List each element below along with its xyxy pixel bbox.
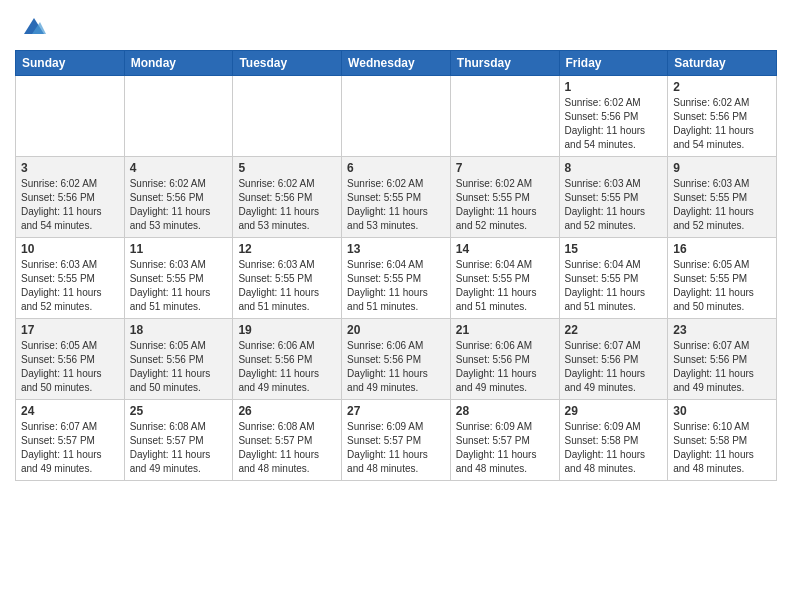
day-number: 9 (673, 161, 771, 175)
day-info: Sunrise: 6:03 AMSunset: 5:55 PMDaylight:… (130, 258, 228, 314)
calendar-cell: 11Sunrise: 6:03 AMSunset: 5:55 PMDayligh… (124, 238, 233, 319)
day-number: 30 (673, 404, 771, 418)
day-number: 20 (347, 323, 445, 337)
calendar-cell: 18Sunrise: 6:05 AMSunset: 5:56 PMDayligh… (124, 319, 233, 400)
page: SundayMondayTuesdayWednesdayThursdayFrid… (0, 0, 792, 496)
day-number: 23 (673, 323, 771, 337)
day-number: 27 (347, 404, 445, 418)
calendar-cell: 23Sunrise: 6:07 AMSunset: 5:56 PMDayligh… (668, 319, 777, 400)
day-info: Sunrise: 6:09 AMSunset: 5:57 PMDaylight:… (347, 420, 445, 476)
calendar-cell: 27Sunrise: 6:09 AMSunset: 5:57 PMDayligh… (342, 400, 451, 481)
day-number: 17 (21, 323, 119, 337)
calendar-week-row: 10Sunrise: 6:03 AMSunset: 5:55 PMDayligh… (16, 238, 777, 319)
day-info: Sunrise: 6:02 AMSunset: 5:56 PMDaylight:… (673, 96, 771, 152)
day-info: Sunrise: 6:09 AMSunset: 5:57 PMDaylight:… (456, 420, 554, 476)
day-info: Sunrise: 6:07 AMSunset: 5:56 PMDaylight:… (673, 339, 771, 395)
calendar-cell: 15Sunrise: 6:04 AMSunset: 5:55 PMDayligh… (559, 238, 668, 319)
day-number: 29 (565, 404, 663, 418)
day-info: Sunrise: 6:05 AMSunset: 5:55 PMDaylight:… (673, 258, 771, 314)
calendar-week-row: 1Sunrise: 6:02 AMSunset: 5:56 PMDaylight… (16, 76, 777, 157)
day-number: 13 (347, 242, 445, 256)
day-number: 3 (21, 161, 119, 175)
calendar-week-row: 17Sunrise: 6:05 AMSunset: 5:56 PMDayligh… (16, 319, 777, 400)
calendar-header-saturday: Saturday (668, 51, 777, 76)
day-info: Sunrise: 6:02 AMSunset: 5:56 PMDaylight:… (130, 177, 228, 233)
day-number: 5 (238, 161, 336, 175)
calendar-cell: 8Sunrise: 6:03 AMSunset: 5:55 PMDaylight… (559, 157, 668, 238)
day-number: 26 (238, 404, 336, 418)
day-number: 24 (21, 404, 119, 418)
day-number: 28 (456, 404, 554, 418)
logo (15, 10, 46, 42)
day-info: Sunrise: 6:03 AMSunset: 5:55 PMDaylight:… (673, 177, 771, 233)
day-info: Sunrise: 6:07 AMSunset: 5:57 PMDaylight:… (21, 420, 119, 476)
calendar-week-row: 24Sunrise: 6:07 AMSunset: 5:57 PMDayligh… (16, 400, 777, 481)
calendar-cell (342, 76, 451, 157)
day-info: Sunrise: 6:02 AMSunset: 5:55 PMDaylight:… (347, 177, 445, 233)
calendar-cell: 9Sunrise: 6:03 AMSunset: 5:55 PMDaylight… (668, 157, 777, 238)
day-info: Sunrise: 6:06 AMSunset: 5:56 PMDaylight:… (238, 339, 336, 395)
calendar-header-monday: Monday (124, 51, 233, 76)
day-info: Sunrise: 6:02 AMSunset: 5:56 PMDaylight:… (238, 177, 336, 233)
calendar-cell: 17Sunrise: 6:05 AMSunset: 5:56 PMDayligh… (16, 319, 125, 400)
calendar-cell: 19Sunrise: 6:06 AMSunset: 5:56 PMDayligh… (233, 319, 342, 400)
calendar-cell: 24Sunrise: 6:07 AMSunset: 5:57 PMDayligh… (16, 400, 125, 481)
calendar-cell: 22Sunrise: 6:07 AMSunset: 5:56 PMDayligh… (559, 319, 668, 400)
calendar-cell: 28Sunrise: 6:09 AMSunset: 5:57 PMDayligh… (450, 400, 559, 481)
day-number: 18 (130, 323, 228, 337)
calendar-header-friday: Friday (559, 51, 668, 76)
calendar-cell: 12Sunrise: 6:03 AMSunset: 5:55 PMDayligh… (233, 238, 342, 319)
day-number: 11 (130, 242, 228, 256)
day-info: Sunrise: 6:03 AMSunset: 5:55 PMDaylight:… (565, 177, 663, 233)
calendar-cell: 21Sunrise: 6:06 AMSunset: 5:56 PMDayligh… (450, 319, 559, 400)
day-info: Sunrise: 6:08 AMSunset: 5:57 PMDaylight:… (238, 420, 336, 476)
day-info: Sunrise: 6:07 AMSunset: 5:56 PMDaylight:… (565, 339, 663, 395)
day-info: Sunrise: 6:09 AMSunset: 5:58 PMDaylight:… (565, 420, 663, 476)
day-info: Sunrise: 6:04 AMSunset: 5:55 PMDaylight:… (347, 258, 445, 314)
day-info: Sunrise: 6:02 AMSunset: 5:56 PMDaylight:… (21, 177, 119, 233)
calendar-cell: 6Sunrise: 6:02 AMSunset: 5:55 PMDaylight… (342, 157, 451, 238)
day-info: Sunrise: 6:03 AMSunset: 5:55 PMDaylight:… (21, 258, 119, 314)
day-number: 12 (238, 242, 336, 256)
day-number: 15 (565, 242, 663, 256)
day-number: 4 (130, 161, 228, 175)
calendar-cell: 30Sunrise: 6:10 AMSunset: 5:58 PMDayligh… (668, 400, 777, 481)
day-info: Sunrise: 6:03 AMSunset: 5:55 PMDaylight:… (238, 258, 336, 314)
day-number: 14 (456, 242, 554, 256)
calendar-cell (450, 76, 559, 157)
calendar-cell: 5Sunrise: 6:02 AMSunset: 5:56 PMDaylight… (233, 157, 342, 238)
calendar-cell: 29Sunrise: 6:09 AMSunset: 5:58 PMDayligh… (559, 400, 668, 481)
day-number: 16 (673, 242, 771, 256)
day-info: Sunrise: 6:05 AMSunset: 5:56 PMDaylight:… (21, 339, 119, 395)
calendar-cell: 3Sunrise: 6:02 AMSunset: 5:56 PMDaylight… (16, 157, 125, 238)
day-info: Sunrise: 6:06 AMSunset: 5:56 PMDaylight:… (456, 339, 554, 395)
calendar-header-thursday: Thursday (450, 51, 559, 76)
calendar-cell: 4Sunrise: 6:02 AMSunset: 5:56 PMDaylight… (124, 157, 233, 238)
calendar-cell: 16Sunrise: 6:05 AMSunset: 5:55 PMDayligh… (668, 238, 777, 319)
calendar-cell: 10Sunrise: 6:03 AMSunset: 5:55 PMDayligh… (16, 238, 125, 319)
logo-icon (18, 14, 46, 42)
day-number: 6 (347, 161, 445, 175)
calendar-header-row: SundayMondayTuesdayWednesdayThursdayFrid… (16, 51, 777, 76)
calendar-cell: 25Sunrise: 6:08 AMSunset: 5:57 PMDayligh… (124, 400, 233, 481)
day-info: Sunrise: 6:04 AMSunset: 5:55 PMDaylight:… (565, 258, 663, 314)
calendar-cell: 13Sunrise: 6:04 AMSunset: 5:55 PMDayligh… (342, 238, 451, 319)
day-number: 8 (565, 161, 663, 175)
day-number: 21 (456, 323, 554, 337)
calendar-cell: 26Sunrise: 6:08 AMSunset: 5:57 PMDayligh… (233, 400, 342, 481)
day-number: 19 (238, 323, 336, 337)
day-info: Sunrise: 6:05 AMSunset: 5:56 PMDaylight:… (130, 339, 228, 395)
calendar-header-sunday: Sunday (16, 51, 125, 76)
calendar-cell: 1Sunrise: 6:02 AMSunset: 5:56 PMDaylight… (559, 76, 668, 157)
calendar: SundayMondayTuesdayWednesdayThursdayFrid… (15, 50, 777, 481)
day-info: Sunrise: 6:02 AMSunset: 5:55 PMDaylight:… (456, 177, 554, 233)
day-number: 7 (456, 161, 554, 175)
day-number: 10 (21, 242, 119, 256)
calendar-cell: 20Sunrise: 6:06 AMSunset: 5:56 PMDayligh… (342, 319, 451, 400)
calendar-cell (233, 76, 342, 157)
calendar-header-wednesday: Wednesday (342, 51, 451, 76)
calendar-cell: 7Sunrise: 6:02 AMSunset: 5:55 PMDaylight… (450, 157, 559, 238)
calendar-cell (16, 76, 125, 157)
day-info: Sunrise: 6:06 AMSunset: 5:56 PMDaylight:… (347, 339, 445, 395)
day-number: 1 (565, 80, 663, 94)
